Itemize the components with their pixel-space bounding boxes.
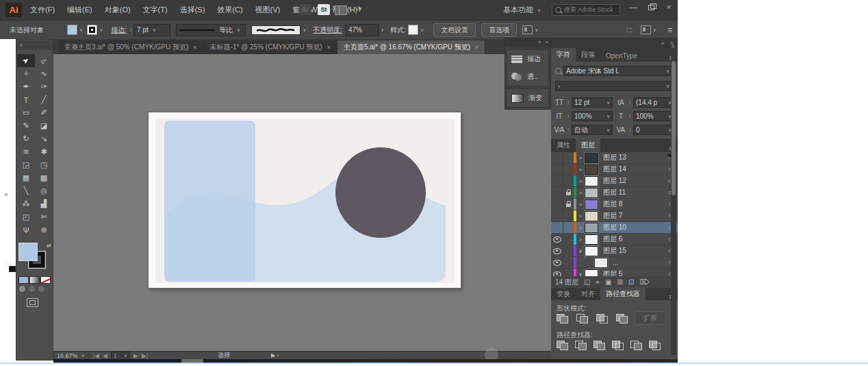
visibility-toggle[interactable]	[551, 199, 563, 210]
font-style-field[interactable]: - ∨	[555, 81, 672, 91]
expand-chevron-icon[interactable]: >	[576, 225, 585, 231]
leading-stepper[interactable]: ↕	[628, 99, 631, 106]
lock-toggle[interactable]	[563, 257, 573, 268]
close-dock-icon[interactable]: ×	[545, 39, 548, 47]
graphic-style-picker[interactable]: ∨	[408, 25, 424, 35]
document-setup-button[interactable]: 文档设置	[433, 23, 476, 37]
opacity-expand-arrow[interactable]: ›	[381, 26, 383, 34]
tab-paragraph[interactable]: 段落	[576, 48, 600, 62]
layer-name[interactable]: 图层 8	[603, 199, 663, 209]
stroke-weight-stepper[interactable]: ↕	[129, 27, 132, 33]
expand-chevron-icon[interactable]: >	[576, 202, 585, 208]
brush-definition-dropdown[interactable]: ∨	[251, 25, 306, 35]
tab-properties[interactable]: 属性	[551, 138, 576, 152]
visibility-toggle[interactable]	[551, 234, 563, 245]
divide-button[interactable]	[557, 341, 568, 350]
lock-toggle[interactable]	[563, 175, 573, 186]
type-tool[interactable]: T	[17, 93, 35, 106]
minimize-button[interactable]: —	[624, 0, 642, 15]
outline-button[interactable]	[630, 341, 642, 350]
rotate-tool[interactable]: ↻	[17, 132, 35, 145]
next-artboard-button[interactable]: ▶	[133, 352, 138, 359]
swap-fill-stroke-icon[interactable]: ⇄	[47, 243, 51, 249]
layer-row[interactable]: > 图层 11 ○	[551, 187, 678, 199]
slice-tool[interactable]: ✄	[35, 210, 53, 223]
draw-behind-icon[interactable]	[29, 286, 35, 292]
arrange-documents-dropdown[interactable]: ∨	[641, 25, 656, 34]
zoom-level-dropdown[interactable]: 16.67% ∨	[53, 352, 89, 359]
direct-selection-tool[interactable]: ▻	[35, 54, 53, 67]
stock-icon[interactable]: St	[318, 4, 330, 15]
fill-swatch[interactable]	[67, 25, 77, 35]
visibility-toggle[interactable]	[551, 210, 563, 221]
vertical-scale-field[interactable]: 100% ∨	[572, 111, 613, 121]
zoom-tool[interactable]: ⊕	[35, 223, 53, 236]
sublayer-row[interactable]: ... ○	[551, 257, 678, 269]
align-options-dropdown[interactable]: ∨	[522, 25, 538, 34]
tracking-field[interactable]: 0 ∨	[633, 125, 674, 135]
stock-search-input[interactable]: 搜索 Adobe Stock	[552, 4, 620, 16]
last-artboard-button[interactable]: ▶|	[142, 352, 148, 359]
layer-name[interactable]: 图层 14	[603, 164, 663, 174]
document-tab[interactable]: 竞赛主页3.ai* @ 50% (CMYK/GPU 预览) ×	[58, 40, 204, 54]
stroke-panel-link[interactable]: 描边:	[111, 25, 127, 35]
horizontal-scale-field[interactable]: 100% ∨	[633, 111, 674, 121]
blend-tool[interactable]: ◎	[35, 184, 53, 197]
prev-artboard-button[interactable]: ◀	[103, 352, 107, 359]
lock-toggle[interactable]	[563, 199, 573, 210]
minus-front-button[interactable]	[576, 314, 588, 324]
merge-button[interactable]	[593, 341, 605, 350]
document-tab-active[interactable]: 主页面5.ai* @ 16.67% (CMYK/GPU 预览) ×	[337, 40, 485, 54]
draw-inside-icon[interactable]	[38, 286, 44, 292]
lock-toggle[interactable]	[563, 269, 573, 276]
font-size-field[interactable]: 12 pt ∨	[572, 97, 613, 108]
opacity-field[interactable]: 47%	[345, 24, 379, 36]
layer-row[interactable]: > 图层 8 ○	[551, 199, 678, 210]
layer-name[interactable]: 图层 11	[603, 188, 663, 197]
layer-row[interactable]: > 图层 14 ○	[551, 164, 678, 175]
none-mode-button[interactable]	[40, 276, 51, 284]
visibility-toggle[interactable]	[551, 152, 563, 163]
close-tab-icon[interactable]: ×	[327, 44, 331, 51]
width-tool[interactable]: ≋	[17, 145, 35, 158]
menu-view[interactable]: 视图(V)	[255, 5, 281, 15]
variable-width-profile-dropdown[interactable]: 等比 ∨	[176, 24, 246, 36]
expand-chevron-icon[interactable]: >	[576, 155, 585, 161]
collect-for-export-icon[interactable]: ◱	[584, 278, 590, 286]
trim-button[interactable]	[575, 341, 587, 350]
visibility-toggle[interactable]	[551, 245, 563, 256]
share-icon[interactable]: ✈	[355, 3, 363, 14]
gradient-panel-button[interactable]: 渐变	[507, 89, 548, 107]
color-mode-button[interactable]	[18, 276, 29, 284]
kerning-field[interactable]: 自动 ∨	[572, 125, 613, 135]
close-button[interactable]: ×	[660, 0, 678, 15]
menu-edit[interactable]: 编辑(E)	[67, 5, 92, 15]
preferences-button[interactable]: 首选项	[481, 23, 517, 37]
first-artboard-button[interactable]: |◀	[93, 352, 99, 359]
magic-wand-tool[interactable]: ✧	[17, 67, 35, 80]
symbol-sprayer-tool[interactable]: ⁂	[17, 197, 35, 210]
lock-toggle[interactable]	[563, 187, 573, 198]
perspective-grid-tool[interactable]: ◳	[35, 158, 53, 171]
lock-toggle[interactable]	[563, 245, 573, 256]
layer-row-selected[interactable]: > 图层 10 ○	[551, 222, 678, 234]
visibility-toggle[interactable]	[551, 164, 563, 175]
layer-thumbnail[interactable]	[585, 164, 598, 175]
visibility-toggle[interactable]	[551, 222, 563, 233]
delete-layer-icon[interactable]: ⌦	[639, 278, 649, 286]
artboard[interactable]	[149, 112, 461, 288]
lasso-tool[interactable]: ∿	[35, 67, 53, 80]
crop-button[interactable]	[612, 341, 624, 350]
tab-layers[interactable]: 图层	[576, 138, 600, 152]
layer-row[interactable]: > 图层 12 ○	[551, 175, 678, 187]
layer-thumbnail[interactable]	[585, 176, 598, 186]
layer-name[interactable]: 图层 13	[603, 153, 663, 162]
fill-indicator[interactable]	[18, 243, 38, 261]
status-bar-arrows[interactable]: ▶ ‹	[271, 352, 279, 358]
visibility-toggle[interactable]	[551, 269, 563, 276]
selection-tool[interactable]: ➤	[17, 54, 35, 67]
expand-chevron-icon[interactable]: >	[576, 190, 585, 196]
layer-name[interactable]: 图层 5	[603, 269, 663, 276]
line-segment-tool[interactable]: ╱	[35, 93, 53, 106]
layer-thumbnail[interactable]	[585, 246, 598, 256]
